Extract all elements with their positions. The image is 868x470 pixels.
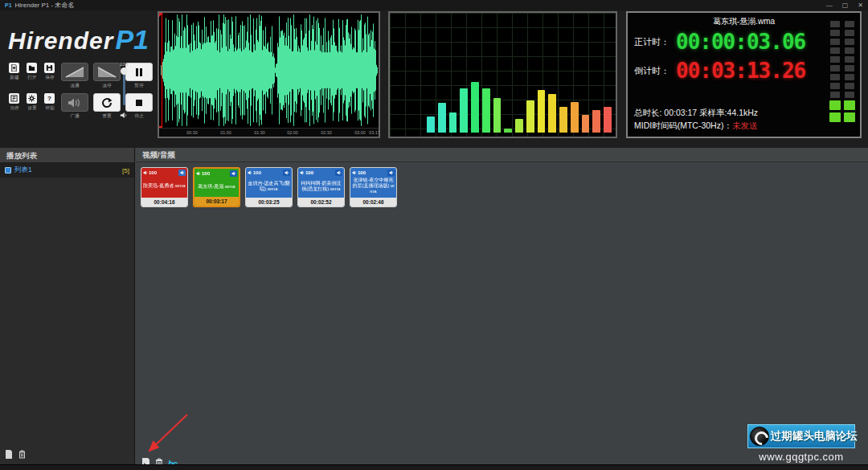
level-meter-led [845,83,854,89]
clip-volume: 100 [196,171,210,177]
save-icon [44,63,55,73]
level-meter-column [829,21,841,122]
clip-name: 葛东琪-悬溺.wma [194,177,239,197]
midi-status-value: 未发送 [732,121,758,130]
volume-slider-thumb[interactable] [121,67,128,75]
timescale-tick: 00:30 [187,130,199,134]
open-folder-icon [27,63,37,73]
clip-speaker-button[interactable] [283,170,290,176]
clip-card-header: 100 [141,168,187,176]
playlist-item[interactable]: 列表1 [5] [0,163,134,178]
level-meter [829,21,855,122]
minimize-button[interactable]: — [826,2,833,9]
spectrum-bar [438,103,446,133]
clip-speaker-button[interactable] [178,170,186,176]
clip-speaker-button[interactable] [335,170,342,176]
spectrum-bar [427,116,435,133]
delete-playlist-icon[interactable] [18,448,26,462]
playlist-sidebar: 播放列表 列表1 [5] [0,148,135,464]
clip-card-header: 100 [246,168,292,176]
clip-list: 100陈奕迅-孤勇者.wma00:04:16100葛东琪-悬溺.wma00:03… [136,162,868,212]
spectrum-bar [582,115,590,133]
waveform-panel[interactable]: 00:3001:0001:3002:0002:3003:0003:17 [158,11,380,138]
volume-value: 100 [120,62,128,67]
playlist-icon [5,167,11,174]
wave-start-marker-icon [159,13,163,17]
title-bar: P1 Hirender P1 - 未命名 — ▢ ✕ [0,0,868,10]
remaining-time-label: 倒计时： [634,65,676,77]
clip-card[interactable]: 100柯柯柯啊-奶茶倒没倒(恐龙扛狼).wma00:02:52 [297,167,345,207]
timescale-tick: 01:30 [254,130,265,134]
app-window: P1 Hirender P1 - 未命名 — ▢ ✕ HirenderP1 新建 [0,0,868,470]
window-controls: — ▢ ✕ [826,2,863,9]
broadcast-button[interactable]: 广播 [59,93,89,120]
level-meter-led [830,56,840,63]
spectrum-bar [592,110,600,133]
level-meter-led [829,100,841,110]
close-button[interactable]: ✕ [858,2,863,9]
spectrum-bar [571,102,579,133]
level-meter-led [845,21,854,27]
remaining-time-value: 00:03:13.26 [676,59,805,83]
level-meter-led [829,112,841,122]
watermark-forum-name: 过期罐头电脑论坛 [771,429,858,443]
clip-volume: 100 [300,170,313,176]
clip-card[interactable]: 100金润吉-远走高飞(翻唱).wma00:03:25 [245,167,293,207]
tab-video-audio[interactable]: 视频/音频 [136,148,868,162]
save-as-icon [9,93,19,104]
clip-speaker-button[interactable] [387,170,395,176]
level-meter-led [844,112,855,122]
spectrum-bar [482,88,490,133]
spectrum-bar [449,112,457,133]
fade-play-button[interactable]: 淡播 [59,63,89,89]
save-button[interactable]: 保存 [42,63,57,89]
level-meter-column [844,21,855,122]
volume-slider[interactable] [123,68,125,105]
sidebar-footer-actions [5,448,26,462]
spectrum-panel [388,11,617,138]
speaker-icon [120,108,128,122]
level-meter-led [830,47,840,54]
spectrum-bar [538,90,546,133]
help-button[interactable]: ? 帮助 [42,93,57,120]
playlist-header: 播放列表 [0,148,134,163]
master-volume: 100 [116,62,132,125]
level-meter-led [845,56,854,63]
clip-name: 金润吉-远走高飞(翻唱).wma [246,176,292,196]
spectrum-bar [604,107,612,133]
help-icon: ? [44,93,55,104]
clip-card[interactable]: 100葛东琪-悬溺.wma00:03:17 [193,167,240,207]
new-button[interactable]: 新建 [6,63,22,89]
clip-volume-value: 100 [253,170,261,175]
level-meter-led [844,100,855,110]
level-meter-led [830,74,840,80]
clip-name: 陈奕迅-孤勇者.wma [141,176,187,196]
save-as-button[interactable]: 另存 [6,93,22,120]
level-meter-led [830,83,840,89]
clip-card[interactable]: 100张津铭-夜空中最亮的星(直播现场版).wma00:02:46 [350,167,397,207]
clip-card-header: 100 [194,169,239,177]
maximize-button[interactable]: ▢ [842,2,849,9]
level-meter-led [830,92,840,98]
waveform-canvas [159,13,379,128]
timescale-tick: 03:17 [369,130,380,134]
fade-in-icon [61,63,88,81]
current-track-title: 葛东琪-悬溺.wma [628,16,860,27]
waveform-timescale: 00:3001:0001:3002:0002:3003:0003:17 [159,128,379,137]
clip-card-header: 100 [298,168,344,176]
clip-name: 张津铭-夜空中最亮的星(直播现场版).wma [350,176,396,196]
clip-volume-icon [248,170,252,176]
level-meter-led [845,47,854,54]
elapsed-time-value: 00:00:03.06 [676,30,805,54]
watermark-badge: 过期罐头电脑论坛 [747,424,855,448]
clip-speaker-button[interactable] [230,170,237,177]
clip-volume-value: 100 [202,171,210,176]
open-button[interactable]: 打开 [24,63,39,89]
clip-card[interactable]: 100陈奕迅-孤勇者.wma00:04:16 [141,167,188,207]
media-area: 视频/音频 100陈奕迅-孤勇者.wma00:04:16100葛东琪-悬溺.wm… [136,148,868,464]
midi-label: MIDI时间码(MTC-30Hz)： [634,121,732,130]
add-playlist-icon[interactable] [5,448,13,462]
settings-button[interactable]: 设置 [24,93,39,120]
clip-card-header: 100 [350,168,396,176]
watermark: 过期罐头电脑论坛 www.gqgtpc.com [747,424,855,463]
